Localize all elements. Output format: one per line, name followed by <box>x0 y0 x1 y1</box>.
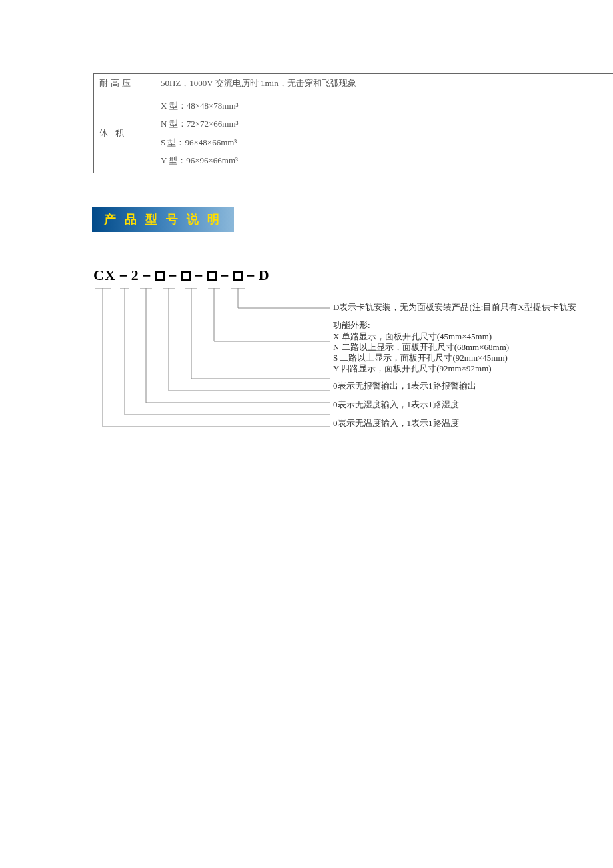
fn-title: 功能外形: <box>333 320 576 331</box>
dash: － <box>191 267 207 283</box>
dash: － <box>139 267 155 283</box>
model-diagram: CX－2－－－－－D <box>93 265 613 432</box>
dash: － <box>165 267 181 283</box>
volume-s: S 型：96×48×66mm³ <box>161 133 613 151</box>
model-suffix: D <box>259 267 270 283</box>
desc-rail-mount: D表示卡轨安装，无为面板安装产品(注:目前只有X型提供卡轨安 <box>333 301 576 313</box>
desc-temperature: 0表示无温度输入，1表示1路温度 <box>333 417 576 429</box>
placeholder-box <box>233 271 243 281</box>
model-prefix: CX <box>93 267 116 283</box>
desc-humidity: 0表示无湿度输入，1表示1路湿度 <box>333 399 576 411</box>
description-list: D表示卡轨安装，无为面板安装产品(注:目前只有X型提供卡轨安 功能外形: X 单… <box>333 301 576 432</box>
row-volume-values: X 型：48×48×78mm³ N 型：72×72×66mm³ S 型：96×4… <box>155 93 614 173</box>
volume-x: X 型：48×48×78mm³ <box>161 97 613 115</box>
row-voltage-value: 50HZ，1000V 交流电历时 1min，无击穿和飞弧现象 <box>155 74 614 93</box>
model-code: CX－2－－－－－D <box>93 265 613 285</box>
model-two: 2 <box>131 267 139 283</box>
desc-alarm: 0表示无报警输出，1表示1路报警输出 <box>333 380 576 392</box>
placeholder-box <box>155 271 165 281</box>
row-volume-label: 体 积 <box>94 93 155 173</box>
section-tag: 产 品 型 号 说 明 <box>92 207 234 232</box>
row-voltage-label: 耐高压 <box>94 74 155 93</box>
volume-y: Y 型：96×96×66mm³ <box>161 151 613 169</box>
placeholder-box <box>181 271 191 281</box>
dash: － <box>243 267 259 283</box>
volume-n: N 型：72×72×66mm³ <box>161 115 613 133</box>
dash: － <box>116 267 131 283</box>
section-title: 产 品 型 号 说 明 <box>92 207 234 232</box>
fn-y: Y 四路显示，面板开孔尺寸(92mm×92mm) <box>333 363 576 374</box>
fn-x: X 单路显示，面板开孔尺寸(45mm×45mm) <box>333 331 576 342</box>
fn-n: N 二路以上显示，面板开孔尺寸(68mm×68mm) <box>333 342 576 353</box>
spec-table: 耐高压 50HZ，1000V 交流电历时 1min，无击穿和飞弧现象 体 积 X… <box>93 73 613 173</box>
desc-function-shape: 功能外形: X 单路显示，面板开孔尺寸(45mm×45mm) N 二路以上显示，… <box>333 320 576 374</box>
fn-s: S 二路以上显示，面板开孔尺寸(92mm×45mm) <box>333 353 576 363</box>
dash: － <box>217 267 233 283</box>
placeholder-box <box>207 271 217 281</box>
bracket-lines <box>93 288 333 432</box>
